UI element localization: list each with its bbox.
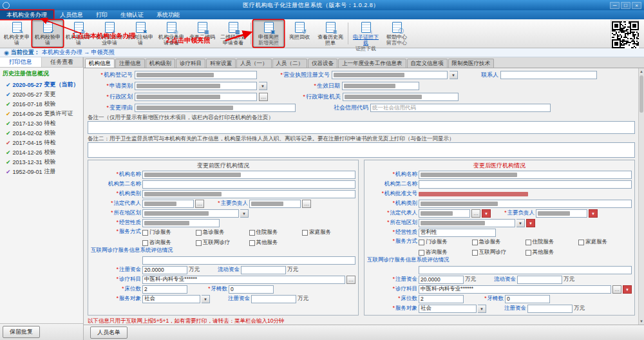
chairs-input[interactable]: 0 [229,285,274,294]
org-name2-input[interactable] [419,180,632,189]
service-target-select[interactable]: 社会 [419,305,477,313]
scroll-up-arrow[interactable]: ▲ [639,68,644,75]
sidebar-tab[interactable]: 打印信息 [0,57,42,67]
note1-textarea[interactable] [88,121,635,134]
fund2-input[interactable] [251,295,296,303]
main-tab[interactable]: 科室设置 [206,59,236,68]
service-target-select[interactable]: 社会 [142,295,200,303]
service-checkbox[interactable]: 急诊服务 [196,229,249,236]
service-checkbox[interactable]: 住院服务 [526,238,579,246]
browse-button[interactable]: … [302,200,311,208]
history-tree-item[interactable]: ✔ 2014-09-26 更换许可证 [1,109,82,118]
subjects-input[interactable]: 中医科-内科专业****** [419,285,611,294]
browse-button[interactable]: … [612,285,621,294]
vertical-scrollbar[interactable]: ▲ ▼ [638,68,644,325]
history-tree-item[interactable]: ✔ 2017-12-30 待检 [1,118,82,128]
service-checkbox[interactable]: 家庭服务 [578,238,632,246]
toolbar-button[interactable]: ✎ 机构变更申请 [1,20,32,47]
credit-code-input[interactable]: 统一社会信用代码 [370,104,551,112]
history-tree-item[interactable]: ✔ 2014-12-26 校验 [1,147,82,157]
staff-list-button[interactable]: 人员名单 [90,326,128,339]
main-tab[interactable]: 人员（二） [272,59,308,68]
dropdown-arrow-icon[interactable]: ▼ [478,305,486,313]
close-button[interactable]: × [632,2,641,9]
reg-fund-input[interactable]: 20.0000 [142,266,187,274]
float-fund-input[interactable] [517,276,562,284]
effective-date-input[interactable] [342,82,419,90]
sidebar-tab[interactable]: 任务查看 [42,57,84,67]
maximize-button[interactable]: □ [621,2,630,9]
toolbar-button[interactable]: ▩ 二维码历史申请查看 [218,20,249,47]
browse-button[interactable]: … [259,93,268,101]
history-tree-item[interactable]: ✔ 1952-09-01 注册 [1,167,82,176]
main-tab[interactable]: 诊疗科目 [176,59,205,68]
history-tree-item[interactable]: ✔ 2017-04-15 待检 [1,138,82,147]
scrollbar-thumb[interactable] [639,75,643,113]
beds-input[interactable]: 2 [419,295,464,303]
menu-item[interactable]: 系统功能 [150,10,186,19]
toolbar-button[interactable]: ↓ 电子证照下载 证照下载 [350,20,381,53]
service-checkbox[interactable]: 互联网诊疗 [196,239,249,247]
approve-org-input[interactable] [343,93,459,101]
admin-div-input[interactable] [135,93,257,101]
service-checkbox[interactable]: 其他服务 [249,239,303,247]
org-type-input[interactable] [419,200,632,208]
service-checkbox[interactable]: 互联网诊疗 [472,249,526,256]
menu-item[interactable]: 打印 [90,10,114,19]
service-checkbox[interactable]: 门诊服务 [419,238,472,246]
browse-button[interactable]: … [471,209,480,218]
service-checkbox[interactable]: 家庭服务 [302,229,355,236]
dropdown-arrow-icon[interactable]: ▼ [240,209,249,218]
toolbar-button[interactable]: ✔ 机构校验申请 [32,20,63,47]
org-name2-input[interactable] [142,180,355,189]
dropdown-arrow-icon[interactable]: ▼ [202,295,210,303]
history-tree-item[interactable]: ✔ 2020-05-27 变更（当前） [1,80,82,90]
clear-button[interactable]: ▾ [623,285,632,294]
legal-rep-input[interactable] [142,200,194,208]
toolbar-button[interactable]: ⓘ 帮助中心 留言中心 [381,20,412,47]
dropdown-arrow-icon[interactable]: ▼ [450,71,458,79]
org-type-input[interactable] [142,190,355,198]
service-checkbox[interactable]: 咨询服务 [419,249,472,256]
main-tab[interactable]: 机构信息 [85,59,115,68]
clear-button[interactable]: ▾ [482,209,491,218]
note2-textarea[interactable] [88,142,635,158]
clear-button[interactable]: ▾ [589,209,598,218]
dropdown-arrow-icon[interactable]: ▼ [516,219,525,227]
history-tree-item[interactable]: ✔ 2020-05-27 变更 [1,90,82,99]
internet-eval-input[interactable] [419,266,632,274]
beds-input[interactable]: 2 [142,285,187,294]
chairs-input[interactable]: 0 [505,295,550,303]
service-checkbox[interactable]: 急诊服务 [472,238,526,246]
service-checkbox[interactable]: 住院服务 [249,229,303,236]
browse-button[interactable]: … [346,276,355,284]
reg-no-input[interactable] [135,71,257,79]
contact-input[interactable] [500,71,597,79]
float-fund-input[interactable] [241,266,286,274]
menu-item[interactable]: 人员信息 [53,10,90,19]
reg-fund-input[interactable]: 20.0000 [419,276,464,284]
keep-approval-button[interactable]: 保留批复 [3,326,40,338]
org-name-input[interactable] [142,171,355,179]
service-checkbox[interactable]: 咨询服务 [142,239,196,247]
browse-button[interactable]: … [195,200,204,208]
main-tab[interactable]: 自定义信息项 [407,59,448,68]
main-tab[interactable]: 限制类医疗技术 [448,59,495,68]
dropdown-arrow-icon[interactable]: ▼ [259,82,267,90]
menu-item[interactable]: 本机构业务办理 [0,10,53,19]
history-tree-item[interactable]: ✔ 2016-07-18 校验 [1,99,82,109]
main-tab[interactable]: 注册信息 [115,59,145,68]
menu-item[interactable]: 生物认证 [114,10,150,19]
internet-eval-input[interactable] [142,256,355,265]
service-checkbox[interactable]: 其他服务 [526,249,579,256]
main-tab[interactable]: 人员（一） [236,59,272,68]
toolbar-button[interactable]: ↺ 亮照回收 [284,20,315,41]
legal-rep-input[interactable] [419,209,470,218]
service-checkbox[interactable]: 门诊服务 [142,229,196,236]
main-tab[interactable]: 上一年度业务工作信息表 [338,59,406,68]
history-tree-item[interactable]: ✔ 2013-12-31 校验 [1,157,82,167]
org-name-input[interactable] [419,171,632,179]
license-no-input[interactable] [332,71,448,79]
scroll-down-arrow[interactable]: ▼ [639,318,644,325]
toolbar-button[interactable]: ▣ 申领亮照 新增亮照 [253,20,284,47]
